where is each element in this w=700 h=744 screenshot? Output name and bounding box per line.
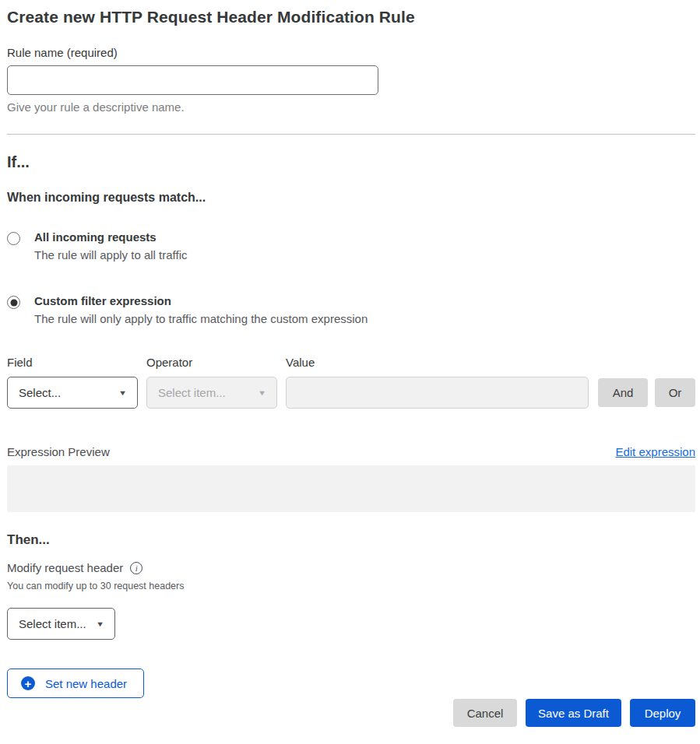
action-row: Modify request header i — [7, 561, 695, 574]
radio-option-custom-filter[interactable]: Custom filter expression The rule will o… — [7, 294, 695, 325]
cancel-button[interactable]: Cancel — [453, 699, 517, 727]
field-select-value: Select... — [19, 386, 61, 399]
radio-button-custom-filter[interactable] — [7, 296, 20, 309]
save-as-draft-button[interactable]: Save as Draft — [526, 699, 621, 727]
radio-label[interactable]: Custom filter expression — [34, 294, 368, 307]
match-options-group: All incoming requests The rule will appl… — [7, 230, 695, 325]
rule-name-label: Rule name (required) — [7, 46, 695, 59]
radio-label[interactable]: All incoming requests — [34, 230, 187, 244]
modify-header-label: Modify request header — [7, 561, 123, 574]
match-subheading: When incoming requests match... — [7, 191, 695, 205]
set-new-header-button[interactable]: + Set new header — [7, 669, 144, 698]
rule-name-helper: Give your rule a descriptive name. — [7, 100, 695, 114]
radio-description: The rule will apply to all traffic — [34, 248, 187, 261]
expression-preview-box — [7, 465, 695, 512]
expression-preview-label: Expression Preview — [7, 445, 110, 458]
create-rule-page: Create new HTTP Request Header Modificat… — [0, 0, 700, 727]
or-button[interactable]: Or — [655, 378, 695, 407]
operator-select[interactable]: Select item... ▼ — [146, 377, 277, 409]
radio-texts: Custom filter expression The rule will o… — [34, 294, 368, 325]
operator-column: Operator Select item... ▼ — [146, 356, 277, 409]
field-column: Field Select... ▼ — [7, 356, 138, 409]
radio-button-all-incoming[interactable] — [7, 232, 20, 245]
radio-description: The rule will only apply to traffic matc… — [34, 312, 368, 325]
and-button[interactable]: And — [598, 378, 648, 407]
rule-name-input[interactable] — [7, 65, 378, 95]
edit-expression-link[interactable]: Edit expression — [615, 445, 695, 458]
header-action-select-value: Select item... — [19, 617, 86, 630]
info-icon[interactable]: i — [130, 562, 142, 574]
chevron-down-icon: ▼ — [258, 389, 266, 397]
modify-header-helper: You can modify up to 30 request headers — [7, 581, 695, 591]
header-action-select[interactable]: Select item... ▼ — [7, 608, 115, 640]
deploy-button[interactable]: Deploy — [630, 699, 695, 727]
chevron-down-icon: ▼ — [96, 620, 104, 628]
value-label: Value — [286, 356, 589, 369]
operator-select-value: Select item... — [158, 386, 226, 399]
radio-texts: All incoming requests The rule will appl… — [34, 230, 187, 261]
section-divider — [7, 134, 695, 135]
value-column: Value — [286, 356, 589, 409]
radio-option-all-incoming[interactable]: All incoming requests The rule will appl… — [7, 230, 695, 261]
chevron-down-icon: ▼ — [118, 389, 127, 397]
field-select[interactable]: Select... ▼ — [7, 377, 138, 409]
expression-builder-row: Field Select... ▼ Operator Select item..… — [7, 356, 695, 409]
set-new-header-label: Set new header — [45, 677, 127, 690]
field-label: Field — [7, 356, 138, 369]
page-title: Create new HTTP Request Header Modificat… — [7, 8, 695, 26]
expression-preview-header: Expression Preview Edit expression — [7, 445, 695, 458]
value-input[interactable] — [286, 377, 589, 409]
then-heading: Then... — [7, 532, 695, 548]
footer-actions: Cancel Save as Draft Deploy — [7, 699, 695, 727]
operator-label: Operator — [146, 356, 277, 369]
plus-circle-icon: + — [21, 676, 35, 690]
if-heading: If... — [7, 153, 695, 171]
